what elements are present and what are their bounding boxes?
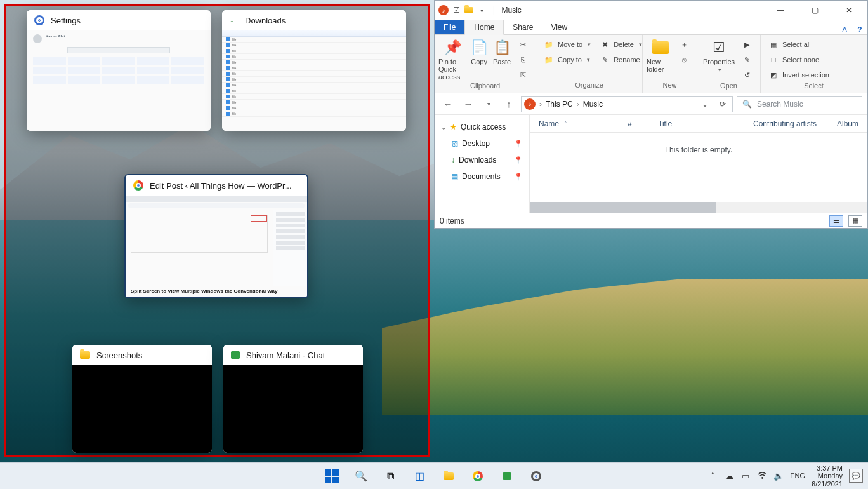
thumb-title: Shivam Malani - Chat <box>246 351 325 360</box>
copy-icon: 📄 <box>470 39 489 57</box>
select-none-icon: □ <box>768 55 779 65</box>
gear-icon <box>34 15 44 25</box>
tray-battery-icon[interactable]: ▭ <box>740 471 751 481</box>
taskbar-chat[interactable] <box>495 464 519 488</box>
pin-icon: 📌 <box>444 39 463 57</box>
edit-button[interactable]: ✎ <box>738 53 756 67</box>
shortcut-icon: ⇱ <box>518 70 528 80</box>
copy-to-button[interactable]: 📁Copy to▾ <box>540 53 595 67</box>
sort-asc-icon: ˄ <box>564 121 567 127</box>
taskbar: 🔍 ⧉ ◫ ˄ ☁ ▭ 🔈 ENG 3:37 PM Monday 6/21/20… <box>0 462 868 489</box>
tray-volume-icon[interactable]: 🔈 <box>773 471 784 481</box>
tray-overflow-icon[interactable]: ˄ <box>707 471 718 481</box>
history-button[interactable]: ↺ <box>738 68 756 82</box>
pin-quick-access-button[interactable]: 📌 Pin to Quick access <box>438 37 467 81</box>
qat-dropdown-icon[interactable]: ▾ <box>477 5 487 15</box>
tray-language[interactable]: ENG <box>790 472 805 479</box>
taskbar-clock[interactable]: 3:37 PM Monday 6/21/2021 <box>812 464 843 488</box>
maximize-button[interactable]: ▢ <box>800 1 829 20</box>
qat-folder-icon[interactable] <box>464 5 474 15</box>
search-icon: 🔍 <box>742 100 752 109</box>
help-icon[interactable]: ? <box>852 25 867 34</box>
pin-icon: 📍 <box>514 156 527 164</box>
new-folder-button[interactable]: New folder <box>647 37 674 73</box>
taskbar-settings[interactable] <box>524 464 548 488</box>
view-large-icons-button[interactable]: ▦ <box>848 215 862 227</box>
cut-button[interactable]: ✂ <box>514 37 532 51</box>
col-title[interactable]: Title <box>649 119 744 128</box>
tray-onedrive-icon[interactable]: ☁ <box>724 471 734 481</box>
navpane-quick-access[interactable]: ⌄ ★ Quick access <box>437 119 527 135</box>
taskbar-chrome[interactable] <box>466 464 490 488</box>
col-name[interactable]: Name˄ <box>530 119 619 128</box>
refresh-button[interactable]: ⟳ <box>716 100 730 109</box>
nav-recent-button[interactable]: ▾ <box>480 96 497 112</box>
titlebar[interactable]: ♪ ☑ ▾ │ Music — ▢ ✕ <box>435 1 867 20</box>
navpane-downloads[interactable]: ↓ Downloads📍 <box>437 152 527 168</box>
nav-up-button[interactable]: ↑ <box>501 96 517 112</box>
taskview-button[interactable]: ⧉ <box>378 464 402 488</box>
horizontal-scrollbar[interactable] <box>530 202 867 213</box>
tab-file[interactable]: File <box>435 20 464 34</box>
nav-forward-button[interactable]: → <box>460 96 477 112</box>
move-to-button[interactable]: 📁Move to▾ <box>540 37 595 51</box>
paste-shortcut-button[interactable]: ⇱ <box>514 68 532 82</box>
tab-home[interactable]: Home <box>464 20 504 35</box>
copy-button[interactable]: 📄 Copy <box>468 37 490 65</box>
nav-back-button[interactable]: ← <box>440 96 456 112</box>
tab-view[interactable]: View <box>542 20 576 34</box>
column-headers[interactable]: Name˄ # Title Contributing artists Album <box>530 115 867 133</box>
tab-share[interactable]: Share <box>504 20 542 34</box>
tray-wifi-icon[interactable] <box>757 471 767 481</box>
snap-thumb-downloads[interactable]: Downloads filefile filefile filefile fil… <box>222 10 406 131</box>
col-number[interactable]: # <box>619 119 649 128</box>
select-none-button[interactable]: □Select none <box>765 53 833 67</box>
easy-access-button[interactable]: ⎋ <box>675 53 693 67</box>
col-contrib[interactable]: Contributing artists <box>744 119 828 128</box>
snap-thumb-chat[interactable]: Shivam Malani - Chat <box>223 345 363 453</box>
search-input[interactable]: 🔍 Search Music <box>737 96 862 112</box>
snap-thumb-settings[interactable]: Settings Kazim Alvi <box>27 10 211 131</box>
breadcrumb-root[interactable]: This PC <box>546 100 573 109</box>
open-button[interactable]: ▶ <box>738 37 756 51</box>
qat-properties-icon[interactable]: ☑ <box>451 5 461 15</box>
start-button[interactable] <box>320 464 344 488</box>
new-item-button[interactable]: ＋ <box>675 37 693 51</box>
ribbon: 📌 Pin to Quick access 📄 Copy 📋 Paste ✂ ⎘ <box>435 35 867 93</box>
folder-icon <box>80 351 90 359</box>
thumb-title: Screenshots <box>96 351 142 360</box>
breadcrumb-dropdown-icon[interactable]: ⌄ <box>698 100 712 109</box>
thumb-preview <box>223 365 363 453</box>
paste-button[interactable]: 📋 Paste <box>491 37 513 65</box>
group-label: New <box>647 81 693 93</box>
group-label: Select <box>765 82 863 93</box>
notification-center-button[interactable]: 💬 <box>849 469 863 483</box>
new-folder-icon <box>651 39 670 57</box>
view-details-button[interactable]: ☰ <box>829 215 843 227</box>
copy-path-button[interactable]: ⎘ <box>514 53 532 67</box>
navpane-desktop[interactable]: ▧ Desktop📍 <box>437 135 527 152</box>
app-icon: ♪ <box>438 5 449 15</box>
ribbon-collapse-icon[interactable]: ᐱ <box>837 25 852 34</box>
widgets-button[interactable]: ◫ <box>407 464 431 488</box>
minimize-button[interactable]: — <box>766 1 795 20</box>
close-button[interactable]: ✕ <box>834 1 864 20</box>
rename-button[interactable]: ✎Rename <box>596 53 646 67</box>
delete-button[interactable]: ✖Delete▾ <box>596 37 646 51</box>
taskbar-explorer[interactable] <box>437 464 461 488</box>
properties-button[interactable]: ☑ Properties▾ <box>701 37 737 73</box>
invert-icon: ◩ <box>768 70 779 80</box>
navigation-pane[interactable]: ⌄ ★ Quick access ▧ Desktop📍 ↓ Downloads📍… <box>435 115 530 213</box>
taskbar-search-button[interactable]: 🔍 <box>349 464 373 488</box>
breadcrumb-leaf[interactable]: Music <box>583 100 603 109</box>
navpane-documents[interactable]: ▤ Documents📍 <box>437 168 527 185</box>
group-label: Open <box>701 82 756 93</box>
invert-selection-button[interactable]: ◩Invert selection <box>765 68 833 82</box>
snap-thumb-screenshots[interactable]: Screenshots <box>72 345 212 453</box>
col-album[interactable]: Album <box>828 119 867 128</box>
thumb-title: Downloads <box>245 16 286 25</box>
desktop-icon: ▧ <box>451 139 458 148</box>
select-all-button[interactable]: ▦Select all <box>765 37 833 51</box>
snap-thumb-chrome[interactable]: Edit Post ‹ All Things How — WordPr... S… <box>124 174 308 298</box>
breadcrumb[interactable]: ♪ › This PC › Music ⌄ ⟳ <box>521 96 733 112</box>
